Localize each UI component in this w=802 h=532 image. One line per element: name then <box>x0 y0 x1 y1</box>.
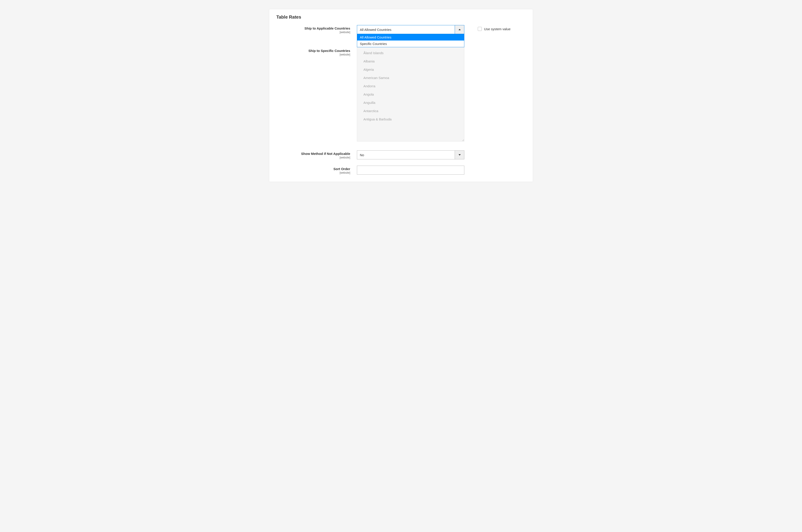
field-row-specific: Ship to Specific Countries [website] Afg… <box>276 48 526 141</box>
country-option[interactable]: American Samoa <box>357 74 464 82</box>
country-option[interactable]: Algeria <box>357 65 464 74</box>
chevron-down-icon <box>459 154 461 155</box>
dropdown-option-specific[interactable]: Specific Countries <box>357 40 464 47</box>
field-scope: [website] <box>276 171 350 174</box>
multiselect-specific-countries[interactable]: Afghanistan Åland Islands Albania Algeri… <box>357 43 464 141</box>
country-option[interactable]: Anguilla <box>357 98 464 107</box>
country-option[interactable]: Åland Islands <box>357 49 464 57</box>
label-col: Ship to Specific Countries [website] <box>276 48 357 56</box>
checkbox-box[interactable] <box>478 27 482 31</box>
label-col: Show Method if Not Applicable [website] <box>276 150 357 159</box>
country-option[interactable]: Angola <box>357 90 464 98</box>
checkbox-label: Use system value <box>484 27 511 31</box>
field-scope: [website] <box>276 156 350 159</box>
label-col: Sort Order [website] <box>276 166 357 174</box>
select-display[interactable]: All Allowed Countries <box>357 25 464 34</box>
field-label: Show Method if Not Applicable <box>276 152 350 155</box>
select-display[interactable]: No <box>357 150 464 159</box>
sort-order-input[interactable] <box>357 166 464 175</box>
panel-title: Table Rates <box>276 15 526 20</box>
field-row-sort-order: Sort Order [website] <box>276 166 526 175</box>
select-applicable-countries[interactable]: All Allowed Countries All Allowed Countr… <box>357 25 464 34</box>
select-value: All Allowed Countries <box>360 28 392 32</box>
extra-col: Use system value <box>464 25 511 31</box>
field-label: Ship to Applicable Countries <box>276 26 350 30</box>
country-option[interactable]: Albania <box>357 57 464 65</box>
label-col: Ship to Applicable Countries [website] <box>276 25 357 34</box>
field-label: Sort Order <box>276 167 350 171</box>
field-label: Ship to Specific Countries <box>276 49 350 53</box>
dropdown-list: All Allowed Countries Specific Countries <box>357 34 464 47</box>
control-col: All Allowed Countries All Allowed Countr… <box>357 25 464 34</box>
select-show-method[interactable]: No <box>357 150 464 159</box>
control-col: Afghanistan Åland Islands Albania Algeri… <box>357 48 464 141</box>
control-col <box>357 166 464 175</box>
select-toggle-button[interactable] <box>455 151 464 159</box>
country-option[interactable]: Andorra <box>357 82 464 90</box>
field-scope: [website] <box>276 53 350 56</box>
use-system-value-checkbox[interactable]: Use system value <box>478 27 511 31</box>
select-toggle-button[interactable] <box>455 25 464 34</box>
chevron-up-icon <box>459 29 461 30</box>
field-row-applicable: Ship to Applicable Countries [website] A… <box>276 25 526 34</box>
table-rates-panel: Table Rates Ship to Applicable Countries… <box>269 9 533 182</box>
control-col: No <box>357 150 464 159</box>
country-option[interactable]: Antarctica <box>357 107 464 115</box>
select-value: No <box>360 153 364 157</box>
field-scope: [website] <box>276 31 350 34</box>
dropdown-option-all[interactable]: All Allowed Countries <box>357 34 464 40</box>
field-row-show-method: Show Method if Not Applicable [website] … <box>276 150 526 159</box>
country-option[interactable]: Antigua & Barbuda <box>357 115 464 123</box>
